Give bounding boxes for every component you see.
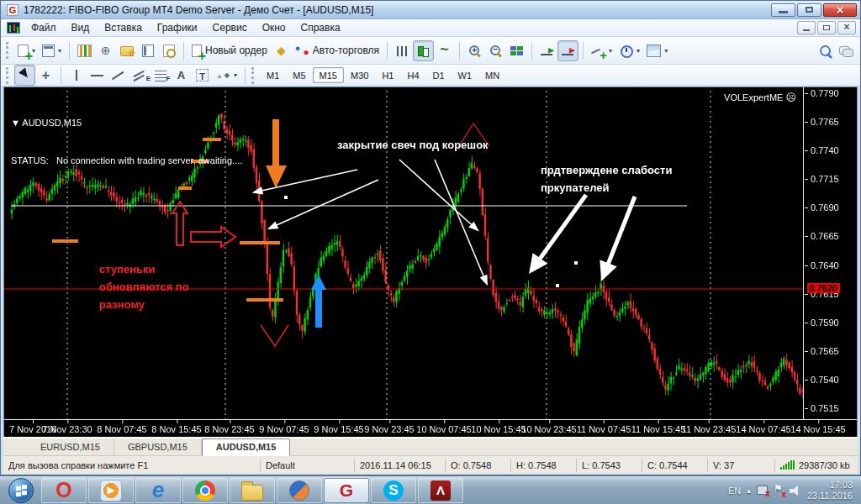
trendline-icon: [111, 69, 125, 81]
equidistant-channel-button[interactable]: E: [129, 65, 150, 86]
data-window-button[interactable]: [95, 40, 116, 61]
timeframe-h1-button[interactable]: H1: [375, 67, 400, 83]
menubar: ФайлВидВставкаГрафикиСервисОкноСправка: [1, 19, 860, 37]
menu-item-окно[interactable]: Окно: [255, 20, 293, 35]
new-chart-button[interactable]: ▾: [14, 40, 39, 61]
line-chart-button[interactable]: [434, 40, 455, 61]
chart-tab-audusd[interactable]: AUDUSD,M15: [202, 438, 291, 456]
skype-icon: S: [383, 480, 404, 501]
text-button[interactable]: [171, 65, 192, 86]
close-button[interactable]: [823, 3, 857, 17]
price-axis[interactable]: 0.77900.77650.77400.77150.76900.76650.76…: [803, 87, 857, 436]
mdi-restore-button[interactable]: [817, 21, 836, 34]
timeframe-w1-button[interactable]: W1: [452, 67, 479, 83]
timeframe-m15-button[interactable]: M15: [313, 67, 344, 83]
status-profile[interactable]: Default: [260, 459, 354, 472]
time-axis[interactable]: 7 Nov 20167 Nov 23:308 Nov 07:458 Nov 15…: [4, 419, 857, 438]
acrobat-reader-taskbar-button[interactable]: Λ: [418, 478, 463, 503]
auto-trading-button[interactable]: Авто-торговля: [292, 40, 383, 61]
fibo-group-mt4-icon: G: [335, 480, 357, 501]
chrome-taskbar-button[interactable]: [182, 478, 228, 503]
chevron-down-icon[interactable]: ▾: [234, 71, 237, 79]
chevron-down-icon[interactable]: ▾: [58, 47, 61, 55]
terminal-button[interactable]: [137, 40, 158, 61]
auto-scroll-button[interactable]: [536, 40, 557, 61]
indicators-button[interactable]: ▾: [588, 40, 615, 61]
chart-plus-icon: [18, 45, 29, 57]
zoom-out-button[interactable]: [485, 40, 506, 61]
tile-windows-button[interactable]: [506, 40, 527, 61]
chart-window-icon: [7, 22, 20, 34]
file-explorer-taskbar-button[interactable]: [230, 478, 275, 503]
mdi-minimize-button[interactable]: [797, 21, 816, 34]
menu-item-сервис[interactable]: Сервис: [205, 20, 255, 35]
chevron-down-icon[interactable]: ▾: [609, 47, 612, 55]
chart-shift-button[interactable]: [557, 40, 578, 61]
zoom-in-icon: [467, 45, 482, 57]
cursor-button[interactable]: [14, 65, 35, 86]
bar-chart-button[interactable]: [392, 40, 413, 61]
timeframe-m1-button[interactable]: M1: [260, 67, 286, 83]
hidden-icons-arrow-icon[interactable]: ▴: [747, 486, 751, 495]
profiles-button[interactable]: ▾: [39, 40, 65, 61]
periods-button[interactable]: ▾: [615, 40, 643, 61]
market-watch-button[interactable]: [74, 40, 95, 61]
fibo-retracement-icon: F: [155, 71, 166, 81]
taskbar: O▶eGSΛ EN ▴ 17:03 23.11.2016: [0, 475, 861, 504]
menu-item-графики[interactable]: Графики: [150, 20, 205, 35]
action-center-flag-icon[interactable]: [774, 485, 784, 496]
symbol-label[interactable]: ▼ AUDUSD,M15: [11, 117, 242, 129]
mdi-close-button[interactable]: [837, 21, 856, 34]
timeframe-m30-button[interactable]: M30: [344, 67, 375, 83]
zoom-in-button[interactable]: [464, 40, 485, 61]
chevron-down-icon[interactable]: ▾: [637, 47, 640, 55]
new-order-button[interactable]: Новый ордер: [188, 40, 271, 61]
crosshair-button[interactable]: [35, 65, 56, 86]
restore-button[interactable]: [797, 3, 821, 17]
vertical-line-button[interactable]: [66, 65, 87, 86]
time-tick: 10 Nov 15:45: [471, 424, 526, 434]
system-tray: EN ▴ 17:03 23.11.2016: [728, 480, 858, 501]
fibonacci-button[interactable]: F: [150, 65, 171, 86]
timeframe-d1-button[interactable]: D1: [426, 67, 452, 83]
navigator-button[interactable]: [116, 40, 137, 61]
chart-tab-gbpusd[interactable]: GBPUSD,M15: [114, 439, 202, 455]
minimize-button[interactable]: [771, 3, 795, 17]
chart-window: закрытие свеч под корешокпрдтверждене сл…: [3, 87, 858, 437]
timeframe-m5-button[interactable]: M5: [286, 67, 312, 83]
horizontal-line-button[interactable]: [87, 65, 108, 86]
menu-item-файл[interactable]: Файл: [24, 20, 64, 35]
chevron-down-icon[interactable]: ▾: [664, 47, 668, 55]
line-chart-type-icon: [437, 45, 452, 57]
menu-item-справка[interactable]: Справка: [293, 20, 348, 35]
text-label-button[interactable]: [192, 65, 213, 86]
opera-taskbar-button[interactable]: O: [41, 478, 87, 503]
language-indicator[interactable]: EN: [728, 486, 741, 496]
chart-tab-eurusd[interactable]: EURUSD,M15: [27, 439, 114, 455]
trendline-button[interactable]: [108, 65, 129, 86]
start-button[interactable]: [8, 478, 34, 503]
opera-icon: O: [53, 480, 75, 501]
price-tick: 0.7665: [811, 231, 839, 241]
mt4-terminal-taskbar-button[interactable]: [277, 478, 322, 503]
metaeditor-button[interactable]: [271, 40, 292, 61]
community-chat-button[interactable]: [836, 40, 857, 61]
fibo-group-mt4-taskbar-button[interactable]: G: [324, 478, 369, 503]
menu-item-вид[interactable]: Вид: [64, 20, 98, 35]
text-label-icon: [196, 69, 209, 81]
skype-taskbar-button[interactable]: S: [371, 478, 416, 503]
menu-item-вставка[interactable]: Вставка: [97, 20, 150, 35]
arrows-button[interactable]: ▾: [213, 65, 240, 86]
timeframe-h4-button[interactable]: H4: [400, 67, 425, 83]
strategy-tester-button[interactable]: [158, 40, 179, 61]
volume-icon[interactable]: [790, 486, 801, 496]
tray-clock[interactable]: 17:03 23.11.2016: [807, 480, 853, 501]
timeframe-mn-button[interactable]: MN: [478, 67, 506, 83]
internet-explorer-taskbar-button[interactable]: e: [135, 478, 181, 503]
media-player-taskbar-button[interactable]: ▶: [88, 478, 134, 503]
favorites-folder-icon: [120, 46, 134, 56]
candle-chart-button[interactable]: [413, 40, 434, 61]
network-disconnected-icon[interactable]: [757, 486, 768, 495]
search-button[interactable]: [815, 40, 836, 61]
templates-button[interactable]: ▾: [643, 40, 671, 61]
